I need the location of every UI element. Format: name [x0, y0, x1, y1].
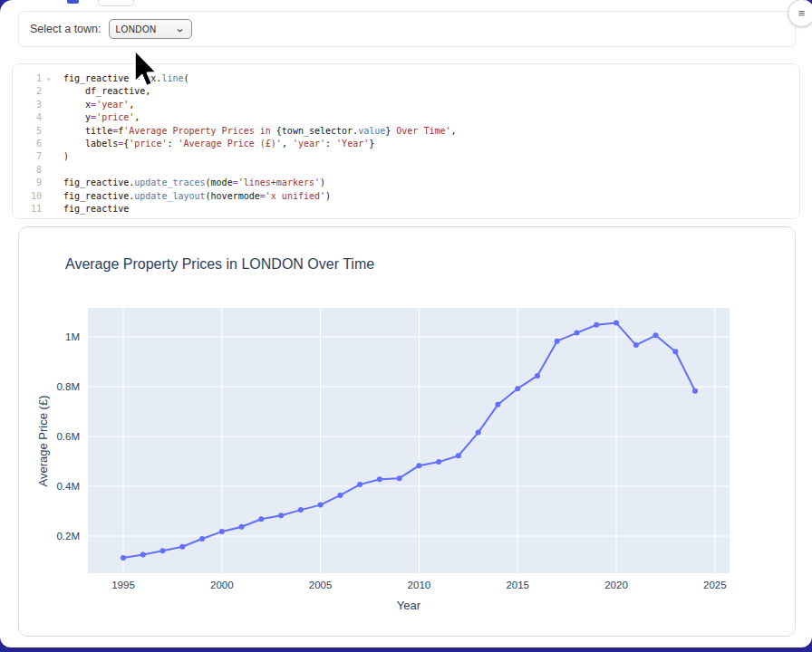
- data-point-marker: [633, 342, 639, 348]
- code-line[interactable]: title=f'Average Property Prices in {town…: [63, 125, 799, 138]
- data-point-marker: [179, 544, 185, 550]
- data-point-marker: [239, 524, 245, 530]
- y-tick-label: 1M: [65, 331, 80, 342]
- x-tick-label: 2020: [604, 580, 628, 590]
- code-line[interactable]: labels={'price': 'Average Price (£)', 'y…: [63, 138, 799, 150]
- code-editor-cell[interactable]: 1⌄234567891011 fig_reactive = px.line( d…: [12, 63, 800, 219]
- data-point-marker: [337, 493, 343, 498]
- chevron-down-icon: ⌄: [175, 23, 186, 34]
- line-number: 4: [13, 111, 53, 124]
- line-number: 6: [13, 138, 53, 150]
- data-point-marker: [416, 463, 421, 468]
- data-point-marker: [653, 332, 659, 338]
- data-point-marker: [436, 459, 441, 465]
- notebook-page: Select a town: LONDON ⌄ 1⌄234567891011 f…: [0, 0, 812, 647]
- data-point-marker: [278, 513, 284, 518]
- x-axis-title: Year: [397, 599, 421, 612]
- data-point-marker: [575, 331, 580, 336]
- code-lines[interactable]: fig_reactive = px.line( df_reactive, x='…: [53, 72, 799, 218]
- data-point-marker: [219, 529, 225, 534]
- fold-arrow-icon[interactable]: ⌄: [46, 72, 51, 84]
- cropped-tab-artifact: [98, 0, 134, 6]
- data-point-marker: [357, 482, 362, 487]
- data-point-marker: [377, 476, 382, 482]
- data-point-marker: [535, 373, 540, 379]
- data-point-marker: [258, 516, 264, 522]
- code-line[interactable]: [63, 164, 799, 177]
- y-tick-label: 0.6M: [56, 431, 80, 442]
- y-tick-label: 0.4M: [56, 481, 80, 492]
- line-number: 3: [13, 99, 53, 111]
- town-selector-cell: Select a town: LONDON ⌄: [18, 11, 796, 47]
- code-gutter: 1⌄234567891011: [13, 72, 53, 218]
- data-point-marker: [397, 475, 402, 481]
- x-tick-label: 2005: [309, 580, 333, 590]
- data-point-marker: [476, 430, 481, 436]
- data-point-marker: [672, 349, 678, 354]
- data-point-marker: [318, 503, 324, 508]
- data-point-marker: [199, 536, 205, 542]
- data-point-marker: [515, 386, 520, 391]
- data-point-marker: [495, 402, 500, 408]
- data-point-marker: [594, 322, 599, 328]
- data-point-marker: [140, 552, 146, 558]
- hamburger-menu-icon: ≡: [798, 7, 806, 19]
- code-line[interactable]: fig_reactive: [63, 203, 799, 216]
- cropped-logo-artifact: [67, 0, 79, 4]
- x-tick-label: 2000: [210, 580, 234, 590]
- code-line[interactable]: x='year',: [63, 99, 799, 111]
- code-line[interactable]: df_reactive,: [63, 85, 799, 98]
- plot-background: [88, 308, 730, 573]
- town-selector-label: Select a town:: [30, 23, 102, 35]
- x-tick-label: 2015: [506, 580, 529, 590]
- y-tick-label: 0.2M: [56, 531, 80, 542]
- data-point-marker: [555, 339, 560, 344]
- line-number: 7: [13, 150, 53, 163]
- code-line[interactable]: y='price',: [63, 111, 799, 124]
- line-number: 8: [13, 164, 53, 177]
- code-line[interactable]: ): [63, 150, 799, 163]
- line-number: 10: [13, 190, 53, 203]
- code-line[interactable]: fig_reactive.update_layout(hovermode='x …: [63, 190, 799, 203]
- x-tick-label: 2025: [703, 580, 727, 590]
- menu-button[interactable]: ≡: [788, 0, 812, 27]
- data-point-marker: [614, 321, 619, 326]
- x-tick-label: 1995: [111, 580, 135, 590]
- data-point-marker: [456, 453, 461, 458]
- x-tick-label: 2010: [408, 580, 431, 590]
- line-number: 9: [13, 177, 53, 189]
- line-number: 2: [13, 85, 53, 98]
- code-line[interactable]: fig_reactive = px.line(: [63, 72, 799, 85]
- code-line[interactable]: fig_reactive.update_traces(mode='lines+m…: [63, 177, 799, 189]
- town-select-value: LONDON: [116, 24, 177, 34]
- line-number: 5: [13, 125, 53, 138]
- line-number: 11: [13, 203, 53, 216]
- town-select-dropdown[interactable]: LONDON ⌄: [109, 19, 192, 39]
- data-point-marker: [160, 548, 166, 553]
- data-point-marker: [298, 507, 304, 513]
- y-axis-title: Average Price (£): [36, 396, 50, 487]
- data-point-marker: [692, 388, 698, 394]
- y-tick-label: 0.8M: [56, 381, 80, 392]
- data-point-marker: [121, 555, 126, 561]
- plotly-line-chart[interactable]: 0.2M0.4M0.6M0.8M1M1995200020052010201520…: [19, 227, 795, 626]
- line-number: 1⌄: [13, 72, 53, 85]
- chart-output-cell: Average Property Prices in LONDON Over T…: [18, 226, 796, 637]
